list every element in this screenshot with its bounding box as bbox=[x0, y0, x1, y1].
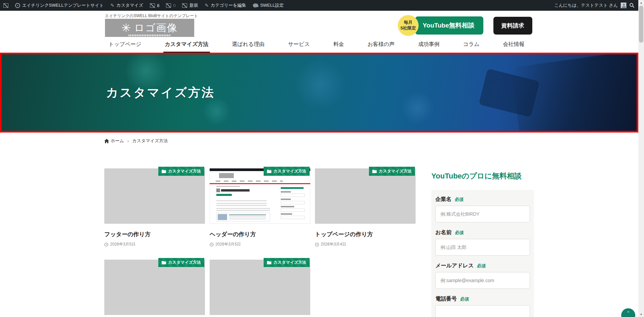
search-icon[interactable] bbox=[629, 3, 635, 8]
name-input[interactable] bbox=[435, 239, 530, 256]
edit-pencil-icon: ✎ bbox=[205, 3, 209, 8]
pending-icon bbox=[166, 3, 171, 8]
admin-customize[interactable]: ✎ カスタマイズ bbox=[107, 0, 147, 11]
post-date-label: 2026年3月5日 bbox=[215, 242, 241, 247]
nav-item-testimonials[interactable]: お客様の声 bbox=[366, 41, 396, 53]
home-icon bbox=[104, 139, 109, 143]
category-badge[interactable]: カスタマイズ方法 bbox=[369, 167, 415, 176]
hero-banner: カスタマイズ方法 bbox=[0, 53, 638, 133]
mini-sidebar-input2 bbox=[281, 201, 305, 204]
wp-admin-bar: エイチリンクSWELLテンプレートサイト ✎ カスタマイズ 8 0 新規 ✎ カ… bbox=[0, 0, 644, 11]
post-thumbnail-placeholder: カスタマイズ方法 bbox=[104, 260, 205, 315]
admin-site-name-label: エイチリンクSWELLテンプレートサイト bbox=[22, 2, 104, 8]
nav-item-pricing[interactable]: 料金 bbox=[332, 41, 345, 53]
page-scrollbar[interactable]: ▲ ▼ bbox=[638, 0, 644, 317]
folder-icon bbox=[267, 261, 271, 264]
logo-subtext-decoration bbox=[128, 35, 171, 36]
folder-icon bbox=[162, 169, 166, 173]
nav-item-top-page[interactable]: トップページ bbox=[107, 41, 143, 53]
breadcrumb: ホーム › カスタマイズ方法 bbox=[104, 138, 168, 144]
folder-icon bbox=[162, 261, 166, 264]
admin-greeting[interactable]: こんにちは、テストテスト さん bbox=[554, 2, 618, 8]
required-badge: 必須 bbox=[477, 263, 486, 269]
category-badge-label: カスタマイズ方法 bbox=[273, 168, 306, 174]
required-badge: 必須 bbox=[455, 197, 464, 203]
field-company: 企業名 必須 bbox=[435, 196, 530, 222]
mini-sidebar-label3 bbox=[281, 206, 294, 207]
admin-customize-label: カスタマイズ bbox=[116, 2, 143, 8]
clock-icon bbox=[104, 243, 108, 247]
admin-site-name[interactable]: エイチリンクSWELLテンプレートサイト bbox=[12, 0, 107, 11]
admin-swell-settings[interactable]: SWELL設定 bbox=[250, 0, 287, 11]
posts-grid: カスタマイズ方法 フッターの作り方 2026年3月5日 bbox=[104, 168, 416, 317]
breadcrumb-current: カスタマイズ方法 bbox=[132, 138, 168, 144]
category-badge-label: カスタマイズ方法 bbox=[379, 168, 412, 174]
mini-sidebar-label4 bbox=[281, 213, 292, 215]
new-content-icon bbox=[182, 3, 187, 8]
mini-sidebar-input4 bbox=[281, 216, 305, 219]
category-badge-label: カスタマイズ方法 bbox=[168, 260, 201, 265]
nav-item-customize[interactable]: カスタマイズ方法 bbox=[163, 41, 210, 53]
youtube-consult-button[interactable]: YouTube無料相談 bbox=[415, 16, 483, 35]
badge-line1: 毎月 bbox=[404, 20, 413, 25]
post-card-top-page[interactable]: カスタマイズ方法 トップページの作り方 2026年3月4日 bbox=[315, 168, 416, 260]
user-avatar[interactable] bbox=[621, 2, 627, 8]
nav-item-reasons[interactable]: 選ばれる理由 bbox=[231, 41, 266, 53]
scrollbar-down-arrow[interactable]: ▼ bbox=[638, 312, 644, 317]
post-date-label: 2026年3月5日 bbox=[110, 242, 136, 247]
wp-logo-menu[interactable] bbox=[0, 0, 12, 11]
scrollbar-up-arrow[interactable]: ▲ bbox=[638, 0, 644, 5]
site-logo[interactable]: ✳ ロゴ画像 bbox=[105, 19, 194, 37]
category-badge[interactable]: カスタマイズ方法 bbox=[264, 167, 310, 176]
admin-new[interactable]: 新規 bbox=[179, 0, 201, 11]
wordpress-logo-icon bbox=[3, 3, 8, 8]
document-request-button[interactable]: 資料請求 bbox=[493, 17, 532, 35]
name-label: お名前 bbox=[435, 229, 451, 236]
post-card-header[interactable]: カスタマイズ方法 ヘッダーの作り方 2026年3月5日 bbox=[210, 168, 310, 260]
admin-edit-category[interactable]: ✎ カテゴリーを編集 bbox=[201, 0, 249, 11]
admin-comments-count: 8 bbox=[157, 3, 159, 8]
post-card-5[interactable]: カスタマイズ方法 bbox=[210, 260, 310, 317]
category-badge[interactable]: カスタマイズ方法 bbox=[158, 167, 204, 176]
post-card-4[interactable]: カスタマイズ方法 bbox=[104, 260, 205, 317]
breadcrumb-home[interactable]: ホーム bbox=[104, 138, 124, 144]
company-name-input[interactable] bbox=[435, 206, 530, 222]
nav-item-company[interactable]: 会社情報 bbox=[502, 41, 526, 53]
mini-sidebar-title bbox=[281, 187, 304, 189]
post-title[interactable]: ヘッダーの作り方 bbox=[210, 230, 310, 238]
badge-line2: 5社限定 bbox=[400, 25, 416, 31]
logo-star-icon: ✳ bbox=[121, 22, 131, 34]
category-badge[interactable]: カスタマイズ方法 bbox=[264, 258, 310, 267]
site-header: エイチリンクのSWELL BtoBサイトのテンプレート ✳ ロゴ画像 毎月 5社… bbox=[0, 11, 638, 53]
post-title[interactable]: フッターの作り方 bbox=[104, 230, 205, 238]
email-input[interactable] bbox=[435, 272, 530, 289]
admin-pending[interactable]: 0 bbox=[163, 0, 179, 11]
mini-title-bar bbox=[221, 189, 250, 192]
mini-sidebar-label1 bbox=[281, 191, 291, 193]
scrollbar-thumb[interactable] bbox=[639, 6, 643, 43]
nav-item-service[interactable]: サービス bbox=[287, 41, 311, 53]
phone-input[interactable] bbox=[435, 305, 530, 317]
mini-sidebar-input3 bbox=[281, 208, 305, 212]
monthly-limit-badge: 毎月 5社限定 bbox=[398, 15, 419, 36]
category-badge-label: カスタマイズ方法 bbox=[168, 168, 201, 174]
mini-category-chip bbox=[216, 194, 232, 196]
email-label: メールアドレス bbox=[435, 262, 474, 269]
mini-paragraph1 bbox=[216, 200, 267, 201]
post-title[interactable]: トップページの作り方 bbox=[315, 230, 416, 238]
scroll-top-button[interactable]: ⌃ bbox=[621, 308, 635, 317]
post-card-footer[interactable]: カスタマイズ方法 フッターの作り方 2026年3月5日 bbox=[104, 168, 205, 260]
field-email: メールアドレス 必須 bbox=[435, 262, 530, 289]
field-phone: 電話番号 必須 bbox=[435, 296, 530, 317]
nav-item-column[interactable]: コラム bbox=[462, 41, 481, 53]
phone-label: 電話番号 bbox=[435, 296, 457, 303]
category-badge[interactable]: カスタマイズ方法 bbox=[158, 258, 204, 267]
mini-breadcrumb bbox=[216, 186, 240, 187]
mini-sidebar-input1 bbox=[281, 194, 305, 197]
company-name-label: 企業名 bbox=[435, 196, 451, 203]
admin-comments[interactable]: 8 bbox=[147, 0, 163, 11]
site-tagline: エイチリンクのSWELL BtoBサイトのテンプレート bbox=[105, 13, 198, 19]
admin-pending-count: 0 bbox=[173, 3, 175, 8]
comments-icon bbox=[150, 3, 155, 8]
nav-item-case-studies[interactable]: 成功事例 bbox=[417, 41, 441, 53]
